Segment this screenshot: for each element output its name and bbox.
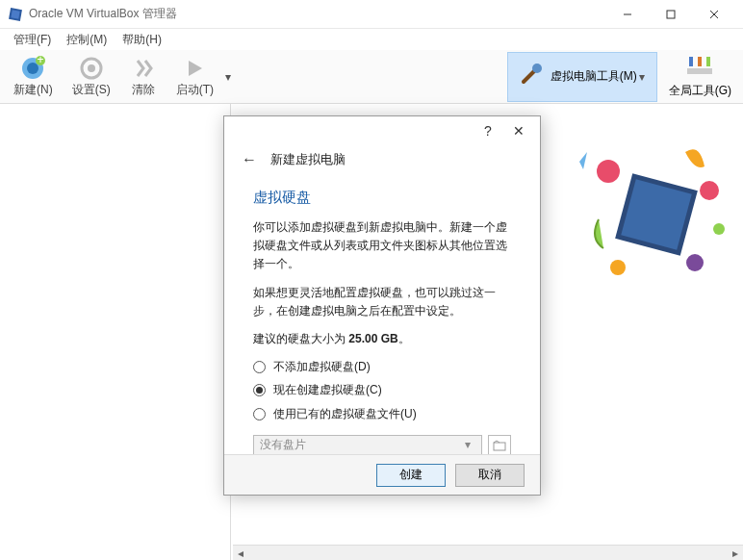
radio-existing-disk[interactable]: 使用已有的虚拟硬盘文件(U)	[253, 405, 511, 423]
radio-no-disk[interactable]: 不添加虚拟硬盘(D)	[253, 358, 511, 376]
discard-icon	[130, 55, 157, 82]
menu-manage[interactable]: 管理(F)	[6, 30, 59, 50]
svg-rect-24	[494, 443, 505, 450]
titlebar: Oracle VM VirtualBox 管理器	[0, 0, 743, 29]
svg-point-22	[686, 254, 704, 271]
svg-point-23	[713, 223, 725, 235]
menu-control[interactable]: 控制(M)	[59, 30, 115, 50]
create-vm-dialog: ? ✕ ← 新建虚拟电脑 虚拟硬盘 你可以添加虚拟硬盘到新虚拟电脑中。新建一个虚…	[223, 115, 541, 496]
menubar: 管理(F) 控制(M) 帮助(H)	[0, 29, 743, 50]
svg-rect-14	[698, 57, 702, 66]
start-icon	[181, 55, 208, 82]
create-button[interactable]: 创建	[376, 464, 446, 487]
vm-list-sidebar	[0, 104, 231, 560]
cancel-button[interactable]: 取消	[455, 464, 525, 487]
settings-button[interactable]: 设置(S)	[63, 53, 120, 100]
gear-icon	[78, 55, 105, 82]
svg-point-12	[532, 64, 542, 73]
recommend-size: 25.00 GB	[348, 332, 397, 345]
dialog-recommend: 建议的硬盘大小为 25.00 GB。	[253, 330, 511, 348]
disk-file-placeholder: 没有盘片	[260, 436, 460, 454]
window-title: Oracle VM VirtualBox 管理器	[29, 6, 605, 22]
start-label: 启动(T)	[176, 82, 214, 98]
discard-button[interactable]: 清除	[120, 53, 167, 100]
minimize-button[interactable]	[605, 0, 649, 29]
mascot-image	[570, 123, 733, 296]
svg-point-21	[610, 260, 626, 275]
svg-rect-3	[667, 11, 675, 18]
menu-help[interactable]: 帮助(H)	[115, 30, 169, 50]
dialog-footer: 创建 取消	[224, 454, 540, 495]
disk-radio-group: 不添加虚拟硬盘(D) 现在创建虚拟硬盘(C) 使用已有的虚拟硬盘文件(U)	[253, 358, 511, 423]
dialog-para2: 如果想更灵活地配置虚拟硬盘，也可以跳过这一步，在创建虚拟电脑之后在配置中设定。	[253, 284, 511, 320]
global-tools-button[interactable]: 全局工具(G)	[661, 52, 739, 102]
global-tools-label: 全局工具(G)	[669, 83, 731, 99]
svg-text:+: +	[38, 55, 44, 66]
new-icon: +	[19, 55, 46, 82]
svg-rect-16	[687, 68, 712, 74]
section-title: 虚拟硬盘	[253, 186, 511, 209]
new-button[interactable]: + 新建(N)	[4, 53, 63, 100]
horizontal-scrollbar[interactable]: ◂ ▸	[233, 545, 743, 560]
scroll-left-icon[interactable]: ◂	[233, 546, 248, 561]
toolbar: + 新建(N) 设置(S) 清除 启动(T) ▾ 虚拟电脑工具(M) ▾ 全局工…	[0, 50, 743, 104]
disk-file-select: 没有盘片 ▾	[253, 435, 482, 454]
settings-label: 设置(S)	[72, 82, 111, 98]
svg-rect-13	[689, 57, 693, 66]
svg-point-19	[597, 160, 620, 183]
dialog-para1: 你可以添加虚拟硬盘到新虚拟电脑中。新建一个虚拟硬盘文件或从列表或用文件夹图标从其…	[253, 218, 511, 274]
global-tools-icon	[685, 55, 714, 83]
dialog-titlebar: ? ✕	[224, 116, 540, 145]
close-button[interactable]	[692, 0, 735, 29]
vm-tools-label: 虚拟电脑工具(M)	[551, 68, 637, 85]
app-icon	[8, 7, 23, 22]
start-dropdown-icon[interactable]: ▾	[223, 70, 233, 84]
back-icon[interactable]: ←	[242, 151, 261, 168]
maximize-button[interactable]	[649, 0, 692, 29]
scroll-right-icon[interactable]: ▸	[728, 546, 743, 561]
browse-disk-button[interactable]	[488, 435, 511, 454]
svg-rect-1	[11, 10, 19, 18]
dialog-help-button[interactable]: ?	[473, 118, 503, 143]
dialog-body: 虚拟硬盘 你可以添加虚拟硬盘到新虚拟电脑中。新建一个虚拟硬盘文件或从列表或用文件…	[224, 180, 540, 454]
start-button[interactable]: 启动(T)	[167, 53, 223, 100]
discard-label: 清除	[132, 82, 155, 98]
vm-tools-button[interactable]: 虚拟电脑工具(M) ▾	[507, 52, 657, 102]
vm-tools-icon	[518, 61, 547, 92]
existing-disk-row: 没有盘片 ▾	[253, 435, 511, 454]
radio-create-disk[interactable]: 现在创建虚拟硬盘(C)	[253, 381, 511, 399]
chevron-down-icon: ▾	[460, 436, 475, 454]
dialog-wizard-title: 新建虚拟电脑	[270, 151, 346, 168]
vm-tools-dropdown-icon[interactable]: ▾	[637, 70, 647, 84]
svg-point-11	[88, 64, 95, 72]
dialog-header: ← 新建虚拟电脑	[224, 145, 540, 180]
dialog-close-button[interactable]: ✕	[503, 118, 534, 143]
svg-point-20	[700, 181, 719, 200]
new-label: 新建(N)	[13, 82, 53, 98]
svg-rect-15	[706, 57, 710, 66]
